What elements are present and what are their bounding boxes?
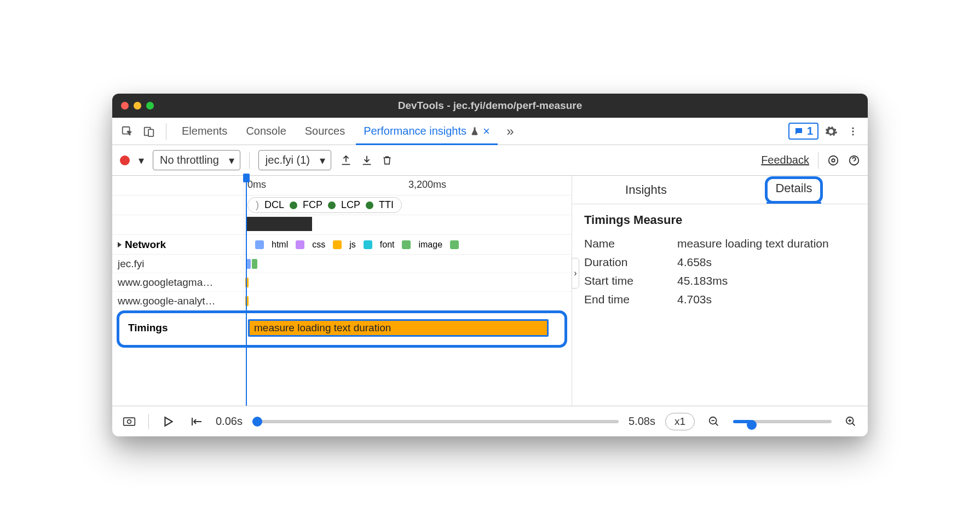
detail-row: Namemeasure loading text duration (584, 237, 856, 250)
dot-icon (366, 201, 373, 209)
record-button[interactable] (120, 155, 130, 165)
tick-label: 0ms (247, 179, 266, 191)
network-row[interactable]: jec.fyi (112, 255, 572, 273)
help-icon[interactable] (848, 154, 860, 166)
caret-right-icon[interactable] (118, 242, 122, 247)
panel-settings-icon[interactable] (827, 154, 839, 166)
panel-expand-handle[interactable]: › (572, 258, 579, 289)
content-area: 0ms 3,200ms ) DCL FCP LCP TTI (112, 176, 868, 406)
tab-details[interactable]: Details (720, 176, 868, 204)
details-heading: Timings Measure (584, 213, 856, 227)
svg-rect-2 (148, 129, 153, 136)
separator (166, 123, 166, 140)
titlebar: DevTools - jec.fyi/demo/perf-measure (112, 94, 868, 118)
kebab-menu-icon[interactable] (844, 122, 862, 141)
milestones-row: ) DCL FCP LCP TTI (112, 195, 572, 215)
more-tabs-button[interactable]: » (501, 122, 520, 141)
scrubber-slider[interactable] (252, 420, 619, 423)
network-row[interactable]: www.googletagma… (112, 273, 572, 292)
settings-icon[interactable] (822, 122, 840, 141)
detail-row: Start time45.183ms (584, 274, 856, 287)
timing-measure-block[interactable]: measure loading text duration (248, 319, 549, 337)
issues-button[interactable]: 1 (788, 123, 818, 140)
details-body: Timings Measure Namemeasure loading text… (572, 204, 868, 320)
timings-label: Timings (123, 322, 247, 334)
tab-sources[interactable]: Sources (297, 118, 353, 145)
rewind-button[interactable] (187, 412, 206, 431)
legend-swatch (296, 240, 304, 249)
overview-bar (246, 217, 312, 231)
detail-row: Duration4.658s (584, 256, 856, 269)
inspect-element-icon[interactable] (118, 122, 136, 141)
milestone-fcp: FCP (303, 199, 322, 211)
legend-swatch (255, 240, 264, 249)
tab-performance-insights[interactable]: Performance insights × (356, 118, 498, 145)
close-window-button[interactable] (121, 102, 129, 110)
traffic-lights (121, 102, 154, 110)
main-tabstrip: Elements Console Sources Performance ins… (112, 118, 868, 145)
legend-css: css (312, 240, 325, 250)
playhead[interactable] (246, 176, 247, 406)
request-bar[interactable] (246, 259, 251, 269)
request-bar[interactable] (252, 259, 257, 269)
minimize-window-button[interactable] (134, 102, 141, 110)
svg-point-5 (852, 134, 854, 135)
zoom-window-button[interactable] (146, 102, 154, 110)
svg-point-3 (852, 127, 854, 129)
tab-elements[interactable]: Elements (174, 118, 235, 145)
legend-swatch-partial (450, 240, 459, 249)
legend-font: font (380, 240, 395, 250)
tab-insights[interactable]: Insights (572, 176, 720, 204)
svg-point-6 (832, 159, 835, 162)
milestone-tti: TTI (379, 199, 394, 211)
flask-icon (470, 126, 480, 136)
svg-point-7 (829, 155, 838, 165)
devtools-window: DevTools - jec.fyi/demo/perf-measure Ele… (112, 94, 868, 436)
perf-toolbar: ▾ No throttling jec.fyi (1) Feedback (112, 145, 868, 176)
right-tabs: Insights Details (572, 176, 868, 204)
tab-label: Performance insights (364, 125, 466, 137)
milestone-separator: ) (256, 199, 259, 211)
feedback-link[interactable]: Feedback (761, 154, 809, 166)
window-title: DevTools - jec.fyi/demo/perf-measure (112, 100, 868, 112)
throttling-select[interactable]: No throttling (153, 150, 240, 170)
legend-swatch (364, 240, 372, 249)
zoom-slider[interactable] (733, 420, 832, 423)
zoom-in-icon[interactable] (841, 412, 860, 431)
play-button[interactable] (159, 412, 177, 431)
milestone-dcl: DCL (264, 199, 284, 211)
details-panel: Insights Details Timings Measure Namemea… (572, 176, 868, 406)
svg-rect-9 (124, 418, 135, 425)
legend-js: js (349, 240, 356, 250)
svg-point-4 (852, 130, 854, 132)
record-dropdown-icon[interactable]: ▾ (139, 154, 144, 167)
recording-select[interactable]: jec.fyi (1) (258, 150, 331, 170)
dot-icon (290, 201, 297, 209)
close-tab-button[interactable]: × (483, 124, 490, 139)
details-highlight: Details (765, 176, 822, 204)
network-row[interactable]: www.google-analyt… (112, 292, 572, 310)
issues-count: 1 (807, 125, 813, 137)
network-label: Network (125, 239, 166, 251)
time-end: 5.08s (629, 415, 655, 428)
svg-point-10 (128, 419, 131, 423)
network-header-row: Network html css js font image (112, 235, 572, 255)
zoom-level[interactable]: x1 (665, 413, 695, 430)
export-icon[interactable] (340, 154, 352, 166)
device-toolbar-icon[interactable] (140, 122, 158, 141)
playback-footer: 0.06s 5.08s x1 (112, 406, 868, 436)
timings-highlight: Timings measure loading text duration (117, 310, 567, 348)
milestones-pill: ) DCL FCP LCP TTI (247, 197, 402, 213)
time-axis: 0ms 3,200ms (112, 176, 572, 195)
dot-icon (328, 201, 336, 209)
milestone-lcp: LCP (341, 199, 360, 211)
tick-label: 3,200ms (408, 179, 446, 191)
timeline-panel: 0ms 3,200ms ) DCL FCP LCP TTI (112, 176, 572, 406)
legend-swatch (333, 240, 342, 249)
zoom-out-icon[interactable] (705, 412, 723, 431)
import-icon[interactable] (361, 154, 373, 166)
overview-row (112, 215, 572, 235)
tab-console[interactable]: Console (238, 118, 293, 145)
delete-icon[interactable] (382, 154, 393, 166)
preview-icon[interactable] (120, 412, 139, 431)
